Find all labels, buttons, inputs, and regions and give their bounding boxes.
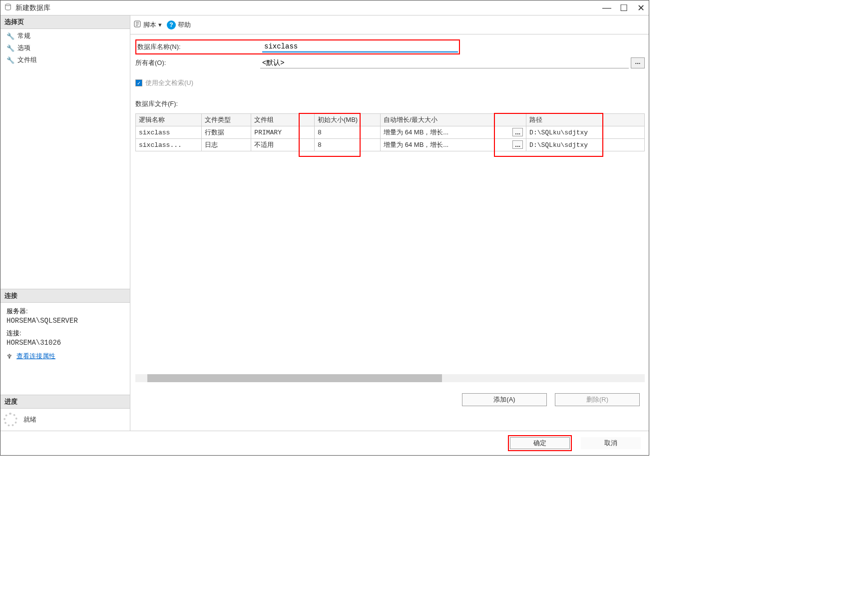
growth-edit-button[interactable]: ... <box>512 140 523 149</box>
titlebar: 新建数据库 — ☐ ✕ <box>0 0 649 15</box>
server-value: HORSEMA\SQLSERVER <box>6 317 124 325</box>
content-pane: 脚本 ▾ ? 帮助 数据库名称(N): 所有者(O): <box>130 15 649 431</box>
view-connection-properties-link[interactable]: 查看连接属性 <box>16 352 55 361</box>
cell-group[interactable]: PRIMARY <box>251 126 315 139</box>
server-label: 服务器: <box>6 307 124 316</box>
table-row[interactable]: sixclass 行数据 PRIMARY 8 增量为 64 MB，增长.....… <box>136 126 645 139</box>
sidebar-item-filegroups[interactable]: 🔧 文件组 <box>0 54 130 66</box>
sidebar: 选择页 🔧 常规 🔧 选项 🔧 文件组 连接 服务器: HORSEMA\SQLS <box>0 15 130 431</box>
help-icon: ? <box>167 20 176 29</box>
db-files-label: 数据库文件(F): <box>135 99 645 108</box>
script-icon <box>133 20 141 29</box>
owner-browse-button[interactable]: ... <box>631 57 645 68</box>
connection-value: HORSEMA\31026 <box>6 339 124 347</box>
cell-path[interactable]: D:\SQLku\sdjtxy <box>526 126 645 139</box>
scrollbar-thumb[interactable] <box>147 374 442 382</box>
col-autogrowth: 自动增长/最大大小 <box>381 114 526 126</box>
sidebar-item-label: 选项 <box>17 43 30 52</box>
sidebar-item-label: 文件组 <box>17 55 37 64</box>
svg-point-0 <box>5 4 11 6</box>
script-label: 脚本 <box>143 20 156 29</box>
connection-properties-icon: ♆ <box>6 353 12 360</box>
progress-ready-label: 就绪 <box>23 415 36 424</box>
help-button[interactable]: ? 帮助 <box>167 20 191 29</box>
window-title: 新建数据库 <box>15 3 50 12</box>
script-dropdown-button[interactable]: 脚本 ▾ <box>133 20 162 29</box>
table-header-row: 逻辑名称 文件类型 文件组 初始大小(MB) 自动增长/最大大小 路径 <box>136 114 645 126</box>
maximize-button[interactable]: ☐ <box>620 4 628 12</box>
sidebar-item-options[interactable]: 🔧 选项 <box>0 42 130 54</box>
section-connection: 连接 <box>0 289 130 303</box>
chevron-down-icon: ▾ <box>158 21 162 28</box>
section-progress: 进度 <box>0 395 130 409</box>
cell-type[interactable]: 日志 <box>202 139 251 151</box>
owner-label: 所有者(O): <box>135 58 260 67</box>
growth-edit-button[interactable]: ... <box>512 128 523 136</box>
connection-label: 连接: <box>6 329 124 338</box>
progress-spinner-icon <box>3 413 17 427</box>
owner-input[interactable] <box>260 57 629 68</box>
sidebar-item-label: 常规 <box>17 31 30 40</box>
cell-growth[interactable]: 增量为 64 MB，增长...... <box>381 139 526 151</box>
remove-file-button: 删除(R) <box>555 393 640 406</box>
fulltext-label: 使用全文检索(U) <box>145 78 193 87</box>
add-file-button[interactable]: 添加(A) <box>462 393 547 406</box>
dialog-footer: 确定 取消 <box>0 431 649 455</box>
col-file-type: 文件类型 <box>202 114 251 126</box>
fulltext-checkbox: ✓ <box>135 79 142 86</box>
wrench-icon: 🔧 <box>6 44 14 52</box>
db-name-input[interactable] <box>262 41 458 52</box>
cancel-button[interactable]: 取消 <box>581 437 641 449</box>
sidebar-item-general[interactable]: 🔧 常规 <box>0 30 130 42</box>
database-icon <box>4 3 11 12</box>
cell-type[interactable]: 行数据 <box>202 126 251 139</box>
help-label: 帮助 <box>178 20 191 29</box>
cell-group[interactable]: 不适用 <box>251 139 315 151</box>
ok-button[interactable]: 确定 <box>510 437 570 449</box>
minimize-button[interactable]: — <box>603 4 611 12</box>
col-initial-size: 初始大小(MB) <box>315 114 381 126</box>
section-select-page: 选择页 <box>0 15 130 29</box>
col-logic-name: 逻辑名称 <box>136 114 202 126</box>
cell-path[interactable]: D:\SQLku\sdjtxy <box>526 139 645 151</box>
cell-size[interactable]: 8 <box>315 139 381 151</box>
cell-logic[interactable]: sixclass <box>136 126 202 139</box>
table-row[interactable]: sixclass... 日志 不适用 8 增量为 64 MB，增长...... … <box>136 139 645 151</box>
horizontal-scrollbar[interactable] <box>135 374 645 382</box>
wrench-icon: 🔧 <box>6 56 14 64</box>
db-files-table[interactable]: 逻辑名称 文件类型 文件组 初始大小(MB) 自动增长/最大大小 路径 sixc… <box>135 113 645 151</box>
col-path: 路径 <box>526 114 645 126</box>
col-file-group: 文件组 <box>251 114 315 126</box>
db-name-label: 数据库名称(N): <box>137 42 262 51</box>
close-button[interactable]: ✕ <box>637 4 645 12</box>
wrench-icon: 🔧 <box>6 32 14 40</box>
cell-logic[interactable]: sixclass... <box>136 139 202 151</box>
new-database-dialog: 新建数据库 — ☐ ✕ 选择页 🔧 常规 🔧 选项 🔧 文 <box>0 0 649 456</box>
cell-size[interactable]: 8 <box>315 126 381 139</box>
cell-growth[interactable]: 增量为 64 MB，增长...... <box>381 126 526 139</box>
